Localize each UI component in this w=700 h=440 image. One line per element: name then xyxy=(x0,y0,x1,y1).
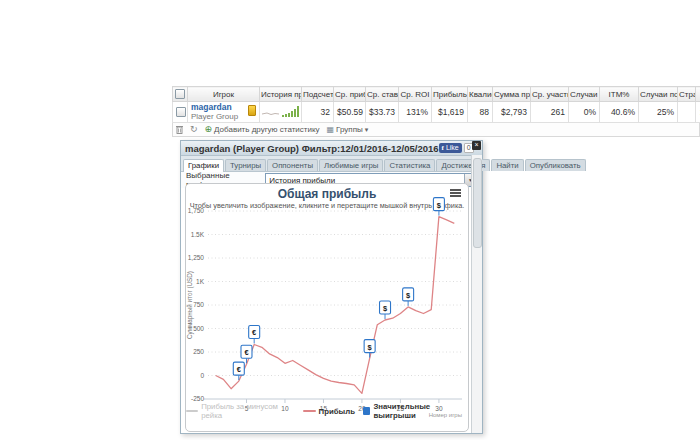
tab-4[interactable]: Любимые игры xyxy=(319,159,383,171)
chart-legend: Прибыль за минусом рейка Прибыль Значите… xyxy=(186,402,468,420)
groups-label: Группы xyxy=(336,125,363,134)
legend-item-profit[interactable]: Прибыль xyxy=(303,407,355,416)
profit-chart[interactable]: -25002505007501K1,2501.5K1,7505101520253… xyxy=(186,211,466,417)
legend-item-net[interactable]: Прибыль за минусом рейка xyxy=(186,402,295,420)
facebook-widget: f Like 0 xyxy=(439,143,474,153)
column-header-12[interactable]: ITM% xyxy=(600,87,639,102)
cell-count: 32 xyxy=(302,102,334,123)
cell-early-cases: 0% xyxy=(569,102,600,123)
column-header-13[interactable]: Случаи позд xyxy=(639,87,678,102)
cell-profit: $1,619 xyxy=(432,102,468,123)
legend-swatch-wins xyxy=(363,407,370,415)
plus-icon: ⊕ xyxy=(205,125,213,134)
profit-history-sparkline xyxy=(260,105,302,118)
column-header-10[interactable]: Ср. участни xyxy=(531,87,569,102)
popup-titlebar[interactable]: magardan (Player Group) Фильтр:12/01/201… xyxy=(181,141,482,156)
chart-menu-icon[interactable] xyxy=(450,189,461,198)
svg-text:Суммарный итог (USD): Суммарный итог (USD) xyxy=(186,271,194,339)
grid-icon: ▦ xyxy=(327,126,335,134)
row-extra-link[interactable]: x xyxy=(696,102,700,123)
cell-country xyxy=(678,102,696,123)
column-header-2[interactable]: История прибы xyxy=(260,87,302,102)
cell-prize-sum: $2,793 xyxy=(493,102,531,123)
column-header-6[interactable]: Ср. ROI xyxy=(399,87,432,102)
popup-scrollbar[interactable] xyxy=(471,155,482,433)
scrollbar-thumb[interactable] xyxy=(473,158,482,248)
svg-text:500: 500 xyxy=(193,325,204,332)
svg-text:1,250: 1,250 xyxy=(188,254,205,261)
column-header-8[interactable]: Квалиф xyxy=(468,87,493,102)
player-detail-popup: magardan (Player Group) Фильтр:12/01/201… xyxy=(180,140,483,434)
cell-avg-entrants: 261 xyxy=(531,102,569,123)
add-statistic-label: Добавить другую статистику xyxy=(214,125,319,134)
chart-subtitle: Чтобы увеличить изображение, кликните и … xyxy=(186,201,468,210)
groups-dropdown-button[interactable]: ▦ Группы ▾ xyxy=(327,125,369,134)
trash-icon[interactable] xyxy=(176,125,183,134)
tab-8[interactable]: Опубликовать xyxy=(525,159,586,171)
column-header-14[interactable]: Стран xyxy=(678,87,696,102)
tab-1[interactable]: Графики xyxy=(183,159,224,172)
player-name-link[interactable]: magardan xyxy=(191,103,256,112)
refresh-icon[interactable]: ↻ xyxy=(190,125,198,134)
tab-3[interactable]: Оппоненты xyxy=(267,159,318,171)
table-header-row: ИгрокИстория прибыПодсчетСр. прибыСр. ст… xyxy=(173,87,700,102)
player-group-label: Player Group xyxy=(191,112,256,121)
facebook-like-button[interactable]: f Like xyxy=(439,143,462,153)
x-axis-title: Номер игры xyxy=(429,412,462,418)
legend-swatch-profit xyxy=(303,410,316,412)
tab-5[interactable]: Статистика xyxy=(384,159,435,171)
cell-avg-roi: 131% xyxy=(399,102,432,123)
popup-tabs: ГрафикиТурнирыОппонентыЛюбимые игрыСтати… xyxy=(181,156,482,172)
caret-down-icon: ▾ xyxy=(365,126,369,134)
svg-text:250: 250 xyxy=(193,348,204,355)
column-header-3[interactable]: Подсчет xyxy=(302,87,334,102)
tab-6[interactable]: Достижения xyxy=(436,159,490,171)
column-header-1[interactable]: Игрок xyxy=(188,87,260,102)
cell-qualified: 88 xyxy=(468,102,493,123)
column-header-7[interactable]: Прибыль xyxy=(432,87,468,102)
legend-label-net: Прибыль за минусом рейка xyxy=(201,402,294,420)
select-all-checkbox[interactable] xyxy=(175,89,185,99)
row-checkbox[interactable] xyxy=(176,107,186,117)
like-label: Like xyxy=(446,144,459,152)
column-header-11[interactable]: Случаи ран xyxy=(569,87,600,102)
table-toolbar: ↻ ⊕ Добавить другую статистику ▦ Группы … xyxy=(172,123,700,137)
chart-panel: Общая прибыль Чтобы увеличить изображени… xyxy=(185,183,469,432)
popup-title: magardan (Player Group) Фильтр:12/01/201… xyxy=(185,143,439,154)
chart-title: Общая прибыль xyxy=(186,188,468,201)
svg-text:1.5K: 1.5K xyxy=(191,231,205,238)
close-button[interactable]: × xyxy=(472,141,481,150)
cell-avg-profit: $50.59 xyxy=(334,102,366,123)
page: { "table": { "headers": ["Игрок","Истори… xyxy=(0,0,700,440)
svg-text:1,750: 1,750 xyxy=(188,207,205,214)
cell-avg-stake: $33.73 xyxy=(366,102,399,123)
column-header-5[interactable]: Ср. ставка xyxy=(366,87,399,102)
legend-swatch-net xyxy=(186,410,198,412)
facebook-icon: f xyxy=(442,144,444,152)
column-header-4[interactable]: Ср. прибы xyxy=(334,87,366,102)
column-header-9[interactable]: Сумма призо xyxy=(493,87,531,102)
cell-late-cases: 25% xyxy=(639,102,678,123)
legend-label-profit: Прибыль xyxy=(319,407,355,416)
cell-itm: 40.6% xyxy=(600,102,639,123)
table-row[interactable]: magardan Player Group 32 $50.59 $33.73 1… xyxy=(173,102,700,123)
player-stats-table: ИгрокИстория прибыПодсчетСр. прибыСр. ст… xyxy=(172,86,700,137)
tab-2[interactable]: Турниры xyxy=(225,159,266,171)
add-statistic-button[interactable]: ⊕ Добавить другую статистику xyxy=(205,125,320,134)
svg-text:750: 750 xyxy=(193,301,204,308)
column-header-empty xyxy=(696,87,700,102)
tab-7[interactable]: Найти xyxy=(491,159,523,171)
svg-text:0: 0 xyxy=(200,372,204,379)
medal-badge-icon xyxy=(248,105,256,116)
svg-text:1K: 1K xyxy=(196,278,205,285)
